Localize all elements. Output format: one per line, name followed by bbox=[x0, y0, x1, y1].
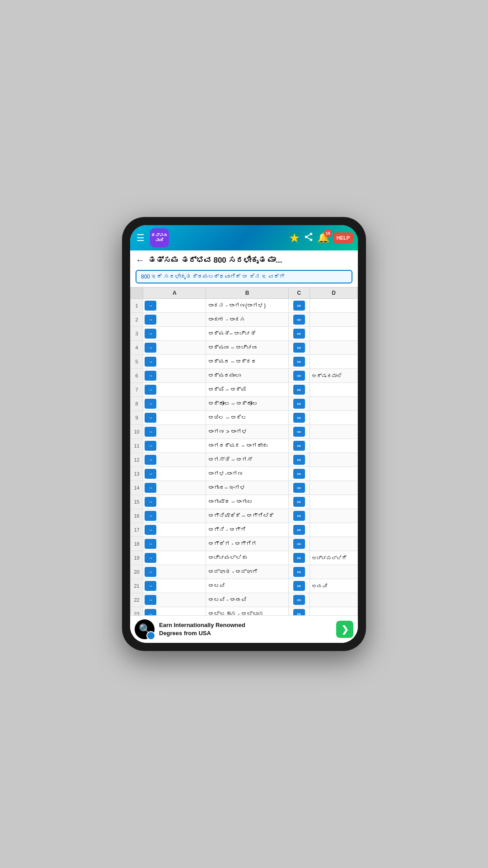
col-header-num bbox=[131, 288, 143, 299]
row-swap-button[interactable]: ⇔ bbox=[293, 567, 305, 577]
col-c-cell: ⇔ bbox=[288, 565, 310, 579]
row-swap-button[interactable]: ⇔ bbox=[293, 441, 305, 451]
col-c-cell: ⇔ bbox=[288, 481, 310, 495]
col-d-cell: ಅಕ್ಷರಮಾಲೆ bbox=[310, 369, 357, 383]
row-swap-button[interactable]: ⇔ bbox=[293, 525, 305, 535]
row-arrow-button[interactable]: → bbox=[145, 455, 156, 465]
ad-banner[interactable]: 🔍 Earn Internationally Renowned Degrees … bbox=[130, 615, 358, 643]
row-swap-button[interactable]: ⇔ bbox=[293, 539, 305, 549]
col-d-cell bbox=[310, 341, 357, 355]
row-arrow-button[interactable]: → bbox=[145, 343, 156, 353]
word-text: ಅಂಕುಶ - ಅಂಕಸ bbox=[207, 316, 245, 323]
row-arrow-button[interactable]: → bbox=[145, 399, 156, 409]
row-arrow-button[interactable]: → bbox=[145, 357, 156, 367]
row-arrow-button[interactable]: → bbox=[145, 371, 156, 381]
row-swap-button[interactable]: ⇔ bbox=[293, 357, 305, 367]
row-arrow-button[interactable]: → bbox=[145, 525, 156, 535]
row-arrow-button[interactable]: → bbox=[145, 301, 156, 311]
row-swap-button[interactable]: ⇔ bbox=[293, 399, 305, 409]
row-arrow-button[interactable]: → bbox=[145, 427, 156, 437]
row-arrow-button[interactable]: → bbox=[145, 609, 156, 615]
row-arrow-button[interactable]: → bbox=[145, 595, 156, 605]
share-icon[interactable] bbox=[304, 232, 314, 244]
row-swap-button[interactable]: ⇔ bbox=[293, 497, 305, 507]
row-arrow-button[interactable]: → bbox=[145, 497, 156, 507]
col-d-cell bbox=[310, 383, 357, 397]
col-d-cell bbox=[310, 467, 357, 481]
row-swap-button[interactable]: ⇔ bbox=[293, 553, 305, 563]
row-arrow-button[interactable]: → bbox=[145, 413, 156, 423]
phone-screen: ☰ ಕನ್ನಡ ನುಡಿ ★ 🔔 15 HELP ← bbox=[130, 225, 358, 643]
star-icon[interactable]: ★ bbox=[289, 231, 300, 245]
row-number: 19 bbox=[131, 551, 143, 565]
row-arrow-button[interactable]: → bbox=[145, 329, 156, 339]
col-d-cell bbox=[310, 299, 357, 313]
col-a-cell: → bbox=[143, 411, 206, 425]
word-text: ಅಚ್ಚಮಲ್ಲಿಕಾ bbox=[207, 555, 247, 561]
col-a-cell: → bbox=[143, 467, 206, 481]
col-b-cell: ಅಕ್ಷತೆ– ಅಚ್ಚತೆ bbox=[206, 327, 289, 341]
row-number: 6 bbox=[131, 369, 143, 383]
row-swap-button[interactable]: ⇔ bbox=[293, 595, 305, 605]
table-container[interactable]: A B C D 1→ಅಂಕನ - ಅಂಗಣ(ಅಂಗಳ)⇔2→ಅಂಕುಶ - ಅಂ… bbox=[130, 287, 358, 615]
row-arrow-button[interactable]: → bbox=[145, 553, 156, 563]
ad-arrow-button[interactable]: ❯ bbox=[336, 621, 353, 638]
col-c-cell: ⇔ bbox=[288, 327, 310, 341]
row-number: 13 bbox=[131, 467, 143, 481]
row-arrow-button[interactable]: → bbox=[145, 539, 156, 549]
row-swap-button[interactable]: ⇔ bbox=[293, 511, 305, 521]
table-row: 13→ಅಂಗಳ-ಅಂಗಣ⇔ bbox=[131, 467, 358, 481]
row-arrow-button[interactable]: → bbox=[145, 483, 156, 493]
word-text: ಅಗಸ್ತಿ – ಅಗಸೆ bbox=[207, 457, 252, 463]
row-swap-button[interactable]: ⇔ bbox=[293, 609, 305, 615]
row-swap-button[interactable]: ⇔ bbox=[293, 385, 305, 395]
col-header-b: B bbox=[206, 288, 289, 299]
col-c-cell: ⇔ bbox=[288, 439, 310, 453]
row-swap-button[interactable]: ⇔ bbox=[293, 329, 305, 339]
row-swap-button[interactable]: ⇔ bbox=[293, 581, 305, 591]
col-a-cell: → bbox=[143, 607, 206, 616]
row-arrow-button[interactable]: → bbox=[145, 511, 156, 521]
word-text: ಅಂಗಣ > ಅಂಗಳ bbox=[207, 429, 248, 435]
table-row: 4→ಅಕ್ಷಯ – ಅಚ್ಚಯ⇔ bbox=[131, 341, 358, 355]
col-d-cell bbox=[310, 523, 357, 537]
col-b-cell: ಅಂಗಾರ– ಇಂಗಳ bbox=[206, 481, 289, 495]
row-swap-button[interactable]: ⇔ bbox=[293, 469, 305, 479]
back-arrow[interactable]: ← bbox=[136, 255, 145, 265]
row-number: 10 bbox=[131, 425, 143, 439]
col-a-cell: → bbox=[143, 425, 206, 439]
row-number: 20 bbox=[131, 565, 143, 579]
row-swap-button[interactable]: ⇔ bbox=[293, 483, 305, 493]
col-a-cell: → bbox=[143, 369, 206, 383]
row-arrow-button[interactable]: → bbox=[145, 315, 156, 325]
col-c-cell: ⇔ bbox=[288, 411, 310, 425]
row-swap-button[interactable]: ⇔ bbox=[293, 301, 305, 311]
row-swap-button[interactable]: ⇔ bbox=[293, 315, 305, 325]
info-banner: 800 ಇದೆ ಸರಳೀಕೃತ ಕ್ರಮಬದ್ಧವಾಗಿದೆ ಅ ದಿನ ಇ ವ… bbox=[136, 270, 352, 283]
row-arrow-button[interactable]: → bbox=[145, 581, 156, 591]
row-swap-button[interactable]: ⇔ bbox=[293, 413, 305, 423]
col-c-cell: ⇔ bbox=[288, 369, 310, 383]
notification-wrapper[interactable]: 🔔 15 bbox=[317, 232, 329, 244]
row-arrow-button[interactable]: → bbox=[145, 469, 156, 479]
col-b-cell: ಅಂಗಣ > ಅಂಗಳ bbox=[206, 425, 289, 439]
row-swap-button[interactable]: ⇔ bbox=[293, 455, 305, 465]
row-arrow-button[interactable]: → bbox=[145, 567, 156, 577]
row-swap-button[interactable]: ⇔ bbox=[293, 427, 305, 437]
table-row: 17→ಅಗ್ನಿ - ಅಗ್ಗಿ⇔ bbox=[131, 523, 358, 537]
col-b-cell: ಅಂಗರಕ್ಷಕ – ಅಂಗರೇಕು bbox=[206, 439, 289, 453]
row-swap-button[interactable]: ⇔ bbox=[293, 371, 305, 381]
col-a-cell: → bbox=[143, 383, 206, 397]
row-number: 4 bbox=[131, 341, 143, 355]
col-a-cell: → bbox=[143, 509, 206, 523]
col-b-cell: ಅಗ್ನಿಷ್ಠಿಕೆ – ಅಗ್ಗಿಟಿಕೆ bbox=[206, 509, 289, 523]
help-button[interactable]: HELP bbox=[333, 232, 353, 243]
row-arrow-button[interactable]: → bbox=[145, 441, 156, 451]
hamburger-icon[interactable]: ☰ bbox=[135, 231, 146, 245]
table-row: 11→ಅಂಗರಕ್ಷಕ – ಅಂಗರೇಕು⇔ bbox=[131, 439, 358, 453]
row-swap-button[interactable]: ⇔ bbox=[293, 343, 305, 353]
col-c-cell: ⇔ bbox=[288, 313, 310, 327]
col-d-cell bbox=[310, 439, 357, 453]
col-a-cell: → bbox=[143, 593, 206, 607]
row-arrow-button[interactable]: → bbox=[145, 385, 156, 395]
